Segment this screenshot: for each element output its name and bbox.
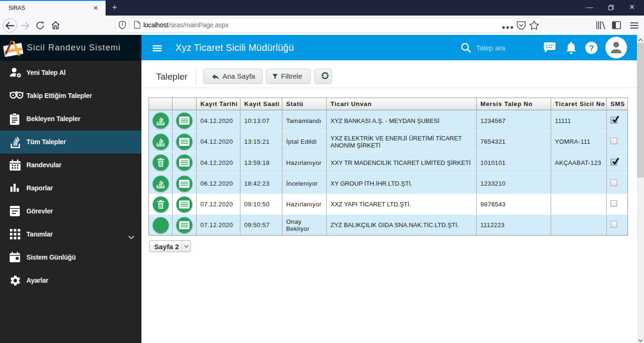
svg-text:?: ? [589,44,594,53]
